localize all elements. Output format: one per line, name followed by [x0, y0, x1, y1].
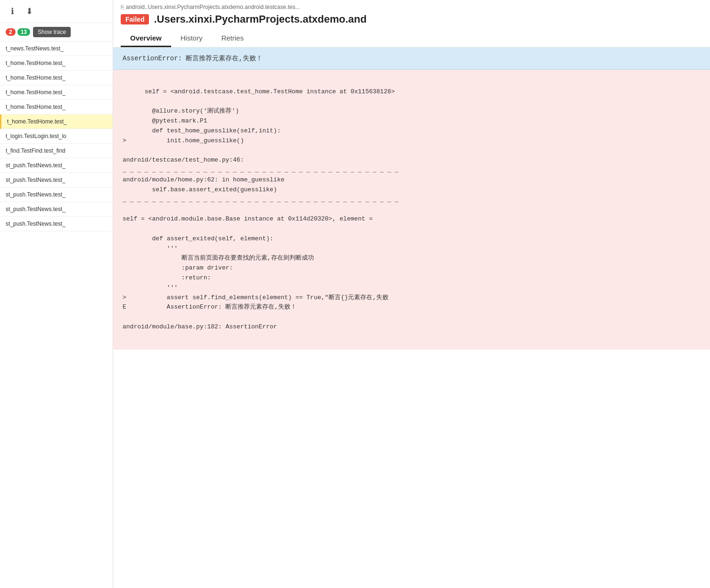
copy-icon: ⎘ [121, 4, 124, 10]
info-icon-btn[interactable]: ℹ [6, 5, 19, 18]
sidebar-item[interactable]: t_home.TestHome.test_ [0, 100, 113, 114]
sidebar-item[interactable]: st_push.TestNews.test_ [0, 202, 113, 217]
failed-badge-count: 2 [6, 28, 16, 36]
tab-history[interactable]: History [171, 30, 212, 47]
sidebar-item[interactable]: t_login.TestLogin.test_lo [0, 129, 113, 144]
trace-text: self = <android.testcase.test_home.TestH… [123, 88, 398, 330]
content-area: AssertionError: 断言推荐元素存在,失败！ self = <and… [113, 48, 710, 588]
tab-overview[interactable]: Overview [121, 30, 171, 47]
sidebar-item[interactable]: st_push.TestNews.test_ [0, 158, 113, 173]
sidebar-list: t_news.TestNews.test_t_home.TestHome.tes… [0, 41, 113, 588]
sidebar-item[interactable]: t_home.TestHome.test_ [0, 71, 113, 85]
sidebar-item[interactable]: t_home.TestHome.test_ [0, 114, 113, 129]
trace-block: self = <android.testcase.test_home.TestH… [113, 70, 710, 350]
download-icon-btn[interactable]: ⬇ [23, 5, 36, 18]
show-trace-button[interactable]: Show trace [33, 27, 71, 37]
sidebar-top: ℹ ⬇ [0, 0, 113, 23]
tab-retries[interactable]: Retries [212, 30, 253, 47]
error-header-text: AssertionError: 断言推荐元素存在,失败！ [123, 55, 263, 62]
main-content: ⎘ android..Users.xinxi.PycharmProjects.a… [113, 0, 710, 588]
test-title: .Users.xinxi.PycharmProjects.atxdemo.and [154, 13, 366, 25]
sidebar-item[interactable]: st_push.TestNews.test_ [0, 217, 113, 231]
sidebar-item[interactable]: t_home.TestHome.test_ [0, 85, 113, 100]
error-header-block: AssertionError: 断言推荐元素存在,失败！ [113, 48, 710, 70]
sidebar-item[interactable]: t_news.TestNews.test_ [0, 41, 113, 56]
breadcrumb-text: android..Users.xinxi.PycharmProjects.atx… [126, 4, 300, 10]
sidebar-item[interactable]: st_push.TestNews.test_ [0, 188, 113, 202]
sidebar-item[interactable]: t_find.TestFind.test_find [0, 144, 113, 158]
info-icon: ℹ [11, 6, 14, 16]
sidebar-item[interactable]: t_home.TestHome.test_ [0, 56, 113, 71]
title-row: Failed .Users.xinxi.PycharmProjects.atxd… [121, 13, 702, 25]
passed-badge-count: 13 [17, 28, 30, 36]
sidebar-item[interactable]: st_push.TestNews.test_ [0, 173, 113, 188]
tabs: OverviewHistoryRetries [121, 30, 702, 47]
failed-label: Failed [121, 14, 149, 24]
sidebar: ℹ ⬇ 2 13 Show trace t_news.TestNews.test… [0, 0, 113, 588]
download-icon: ⬇ [26, 6, 33, 16]
badge-group: 2 13 [6, 28, 30, 36]
breadcrumb: ⎘ android..Users.xinxi.PycharmProjects.a… [121, 4, 702, 10]
main-header: ⎘ android..Users.xinxi.PycharmProjects.a… [113, 0, 710, 48]
